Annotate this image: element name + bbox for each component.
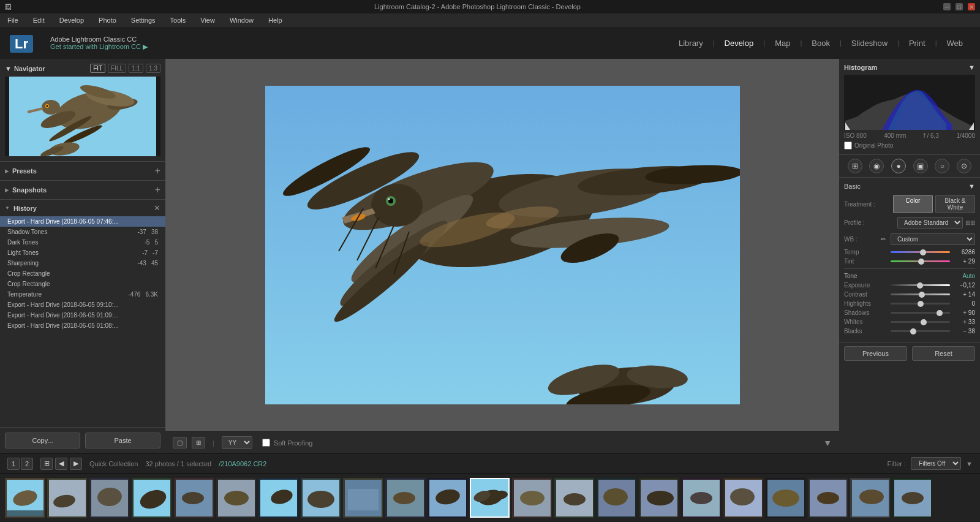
close-button[interactable]: ✕ — [968, 3, 975, 10]
page-1-button[interactable]: 1 — [7, 458, 20, 470]
list-item[interactable]: Crop Rectangle — [0, 279, 165, 289]
tone-auto[interactable]: Auto — [962, 273, 975, 279]
film-thumb[interactable] — [385, 478, 425, 518]
whites-slider-track[interactable] — [891, 321, 950, 323]
next-photo-button[interactable]: ▶ — [70, 458, 82, 470]
list-item[interactable]: Export - Hard Drive (2018-06-05 01:08:..… — [0, 320, 165, 331]
presets-header[interactable]: ▶ Presets + — [0, 162, 165, 180]
paste-button[interactable]: Paste — [85, 433, 160, 448]
film-thumb[interactable] — [766, 478, 805, 518]
shadows-slider-thumb[interactable] — [937, 310, 943, 316]
film-thumb[interactable] — [681, 478, 721, 518]
reset-button[interactable]: Reset — [912, 346, 975, 361]
radial-filter-icon[interactable]: ○ — [935, 159, 949, 173]
menu-help[interactable]: Help — [266, 15, 285, 25]
film-thumb-selected[interactable] — [470, 478, 510, 518]
list-item[interactable]: Export - Hard Drive (2018-06-05 07:46:..… — [0, 216, 165, 227]
highlights-slider-track[interactable] — [891, 303, 950, 304]
expand-button[interactable]: ▼ — [823, 438, 832, 448]
whites-slider-thumb[interactable] — [921, 319, 927, 325]
film-thumb[interactable] — [850, 478, 890, 518]
list-item[interactable]: Temperature -476 6.3K — [0, 289, 165, 300]
blacks-slider-track[interactable] — [891, 330, 950, 332]
tab-map[interactable]: Map — [767, 36, 797, 50]
tint-slider-track[interactable] — [891, 260, 950, 262]
filename[interactable]: /210A9062.CR2 — [219, 460, 266, 467]
film-thumb[interactable] — [892, 478, 932, 518]
snapshots-add-button[interactable]: + — [155, 184, 160, 195]
menu-file[interactable]: File — [5, 15, 21, 25]
histogram-expand[interactable]: ▼ — [968, 64, 975, 71]
film-thumb[interactable] — [723, 478, 763, 518]
film-thumb[interactable] — [808, 478, 848, 518]
menu-develop[interactable]: Develop — [57, 15, 86, 25]
film-thumb[interactable] — [132, 478, 172, 518]
history-close-button[interactable]: ✕ — [154, 203, 160, 213]
red-eye-icon[interactable]: ● — [891, 159, 906, 173]
blacks-slider-thumb[interactable] — [910, 328, 916, 335]
list-item[interactable]: Shadow Tones -37 38 — [0, 227, 165, 237]
film-thumb[interactable] — [428, 478, 467, 518]
list-item[interactable]: Export - Hard Drive (2018-06-05 09:10:..… — [0, 300, 165, 310]
list-item[interactable]: Dark Tones -5 5 — [0, 237, 165, 248]
exposure-slider-thumb[interactable] — [917, 282, 923, 289]
view-single-button[interactable]: ▢ — [173, 437, 187, 448]
list-item[interactable]: Crop Rectangle — [0, 268, 165, 279]
zoom-1-1[interactable]: 1:1 — [129, 64, 143, 73]
soft-proof-checkbox[interactable] — [262, 439, 270, 447]
film-thumb[interactable] — [512, 478, 552, 518]
menu-window[interactable]: Window — [227, 15, 256, 25]
film-thumb[interactable] — [554, 478, 594, 518]
filter-select[interactable]: Filters Off — [911, 457, 961, 470]
basic-expand[interactable]: ▼ — [968, 183, 975, 190]
previous-button[interactable]: Previous — [844, 346, 907, 361]
view-grid-button[interactable]: ⊞ — [192, 437, 205, 448]
brand-cta[interactable]: Get started with Lightroom CC ▶ — [50, 43, 148, 51]
film-thumb[interactable] — [89, 478, 129, 518]
tab-library[interactable]: Library — [671, 36, 710, 50]
tab-book[interactable]: Book — [804, 36, 837, 50]
tab-print[interactable]: Print — [902, 36, 933, 50]
temp-slider-track[interactable] — [891, 251, 950, 253]
menu-tools[interactable]: Tools — [168, 15, 189, 25]
spot-removal-icon[interactable]: ◉ — [869, 159, 884, 173]
film-thumb[interactable] — [5, 478, 45, 518]
contrast-slider-thumb[interactable] — [919, 292, 925, 298]
film-thumb[interactable] — [301, 478, 341, 518]
page-2-button[interactable]: 2 — [21, 458, 33, 470]
menu-settings[interactable]: Settings — [129, 15, 158, 25]
zoom-selector[interactable]: YY — [222, 436, 252, 449]
tab-slideshow[interactable]: Slideshow — [844, 36, 895, 50]
list-item[interactable]: Sharpening -43 45 — [0, 258, 165, 268]
list-item[interactable]: Export - Hard Drive (2018-06-05 01:09:..… — [0, 310, 165, 320]
film-thumb[interactable] — [639, 478, 679, 518]
wb-select[interactable]: Custom Auto Daylight Cloudy Shade Tungst… — [891, 233, 975, 245]
grid-view-button[interactable]: ⊞ — [40, 458, 53, 470]
maximize-button[interactable]: □ — [956, 3, 963, 10]
tint-slider-thumb[interactable] — [918, 259, 924, 265]
film-thumb[interactable] — [216, 478, 256, 518]
graduated-filter-icon[interactable]: ▣ — [913, 159, 928, 173]
presets-add-button[interactable]: + — [155, 165, 160, 176]
highlights-slider-thumb[interactable] — [918, 301, 924, 307]
temp-slider-thumb[interactable] — [920, 249, 926, 255]
color-treatment-button[interactable]: Color — [893, 195, 933, 213]
crop-tool-icon[interactable]: ⊞ — [848, 159, 862, 173]
snapshots-header[interactable]: ▶ Snapshots + — [0, 181, 165, 199]
menu-photo[interactable]: Photo — [96, 15, 119, 25]
tab-web[interactable]: Web — [940, 36, 971, 50]
menu-view[interactable]: View — [198, 15, 217, 25]
list-item[interactable]: Light Tones -7 -7 — [0, 248, 165, 258]
copy-button[interactable]: Copy... — [5, 433, 80, 448]
wb-eyedropper-icon[interactable]: ✏ — [881, 236, 886, 243]
original-photo-checkbox[interactable] — [844, 142, 852, 149]
exposure-slider-track[interactable] — [891, 284, 950, 286]
zoom-1-3[interactable]: 1:3 — [146, 64, 160, 73]
menu-edit[interactable]: Edit — [31, 15, 47, 25]
soft-proof-label[interactable]: Soft Proofing — [274, 439, 313, 447]
shadows-slider-track[interactable] — [891, 312, 950, 314]
bw-treatment-button[interactable]: Black & White — [935, 195, 975, 213]
adjustment-brush-icon[interactable]: ⊙ — [957, 159, 971, 173]
contrast-slider-track[interactable] — [891, 293, 950, 295]
film-thumb[interactable] — [174, 478, 214, 518]
